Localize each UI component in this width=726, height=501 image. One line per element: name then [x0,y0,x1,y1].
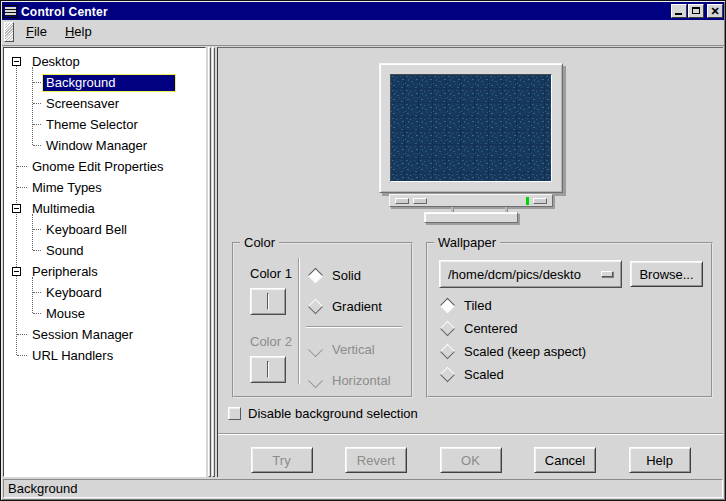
tree-connector [17,334,27,335]
browse-button[interactable]: Browse... [630,261,703,287]
color-type-vertical-radio: Vertical [310,334,402,365]
disable-background-checkbox[interactable] [228,407,241,420]
sidebar-item-label: Keyboard [42,284,106,302]
color-type-horizontal-radio: Horizontal [310,365,402,396]
monitor-button [413,198,427,204]
menubar-drag-handle[interactable] [4,22,14,42]
help-button[interactable]: Help [629,447,691,473]
color-type-solid-radio[interactable]: Solid [310,260,402,291]
radio-label: Horizontal [332,373,391,388]
radio-diamond-icon [308,342,324,358]
monitor-base [424,212,518,223]
radio-diamond-icon[interactable] [440,298,456,314]
tree-connector [33,124,41,125]
tree-connector [33,250,41,251]
tree-connector [33,82,41,83]
stand-leg [505,207,508,212]
color-type-gradient-radio[interactable]: Gradient [310,291,402,322]
sidebar-item-url-handlers[interactable]: URL Handlers [4,345,205,366]
menu-file[interactable]: File [17,21,56,43]
menu-help[interactable]: Help [56,21,101,43]
color-frame-title: Color [240,235,279,250]
close-button[interactable]: ✕ [707,4,723,18]
sidebar-item-label: Session Manager [28,326,137,344]
sidebar-item-gnome-edit-properties[interactable]: Gnome Edit Properties [4,156,205,177]
sidebar-item-background[interactable]: Background [4,72,205,93]
radio-label: Tiled [464,298,492,313]
sidebar-item-theme-selector[interactable]: Theme Selector [4,114,205,135]
sidebar-item-label: Window Manager [42,137,151,155]
minimize-button[interactable] [671,4,687,18]
minimize-icon [675,13,682,15]
sidebar-item-label: Multimedia [28,200,99,218]
actions-separator [218,433,723,435]
collapse-expander-icon[interactable] [12,267,21,276]
sidebar-item-label: Gnome Edit Properties [28,158,168,176]
tree-connector [17,355,27,356]
background-capplet-panel: Color Color 1 Color 2 SolidGradientVerti… [217,47,723,477]
tree-connector [33,103,41,104]
radio-diamond-icon[interactable] [440,367,456,383]
sidebar-item-label: Mime Types [28,179,106,197]
tree-connector [33,313,41,314]
sidebar-item-sound[interactable]: Sound [4,240,205,261]
color-frame: Color Color 1 Color 2 SolidGradientVerti… [232,242,413,398]
color1-picker-button[interactable] [250,288,286,315]
sidebar-item-mime-types[interactable]: Mime Types [4,177,205,198]
sidebar-item-label: Mouse [42,305,89,323]
gradient-separator [306,326,402,328]
wallpaper-file-value: /home/dcm/pics/deskto [448,267,597,282]
sidebar-item-desktop[interactable]: Desktop [4,51,205,72]
monitor-preview [379,63,563,223]
close-icon: ✕ [708,5,722,17]
wallpaper-mode-centered-radio[interactable]: Centered [442,317,586,340]
tree-connector [33,292,41,293]
color-type-radio-group: SolidGradientVerticalHorizontal [310,260,402,396]
tree-connector [17,166,27,167]
monitor-screen-preview [390,74,552,182]
sidebar-item-label: Keyboard Bell [42,221,131,239]
monitor-button [395,198,409,204]
cancel-button[interactable]: Cancel [534,447,596,473]
sidebar-item-session-manager[interactable]: Session Manager [4,324,205,345]
radio-diamond-icon[interactable] [308,299,324,315]
disable-background-row: Disable background selection [228,406,418,421]
maximize-icon [692,7,700,14]
sidebar-item-multimedia[interactable]: Multimedia [4,198,205,219]
radio-diamond-icon[interactable] [308,268,324,284]
sidebar-item-window-manager[interactable]: Window Manager [4,135,205,156]
sidebar-item-label: Desktop [28,53,84,71]
pane-splitter[interactable] [206,47,217,477]
radio-label: Solid [332,268,361,283]
sidebar-item-keyboard-bell[interactable]: Keyboard Bell [4,219,205,240]
radio-label: Vertical [332,342,375,357]
color2-label: Color 2 [250,334,292,349]
maximize-button[interactable] [688,4,704,18]
wallpaper-mode-tiled-radio[interactable]: Tiled [442,294,586,317]
window-menu-icon[interactable] [3,5,18,18]
collapse-expander-icon[interactable] [12,57,21,66]
radio-label: Gradient [332,299,382,314]
wallpaper-mode-scaled-radio[interactable]: Scaled [442,363,586,386]
sidebar-item-peripherals[interactable]: Peripherals [4,261,205,282]
monitor-button [533,198,547,204]
wallpaper-mode-scaled-keep-aspect-radio[interactable]: Scaled (keep aspect) [442,340,586,363]
sidebar-item-label: Peripherals [28,263,102,281]
capplet-tree: DesktopBackgroundScreensaverTheme Select… [4,48,205,366]
radio-diamond-icon [308,373,324,389]
collapse-expander-icon[interactable] [12,204,21,213]
sidebar-item-mouse[interactable]: Mouse [4,303,205,324]
sidebar-item-screensaver[interactable]: Screensaver [4,93,205,114]
radio-diamond-icon[interactable] [440,321,456,337]
action-button-row: TryRevertOKCancelHelp [218,447,723,473]
wallpaper-file-select[interactable]: /home/dcm/pics/deskto [439,260,622,288]
statusbar-text: Background [8,481,77,496]
sidebar-item-label: Screensaver [42,95,123,113]
radio-label: Scaled [464,367,504,382]
titlebar[interactable]: Control Center ✕ [2,2,724,20]
main-area: DesktopBackgroundScreensaverTheme Select… [2,46,724,478]
radio-diamond-icon[interactable] [440,344,456,360]
color2-picker-button[interactable] [250,356,286,383]
statusbar: Background [3,479,723,498]
sidebar-item-keyboard[interactable]: Keyboard [4,282,205,303]
